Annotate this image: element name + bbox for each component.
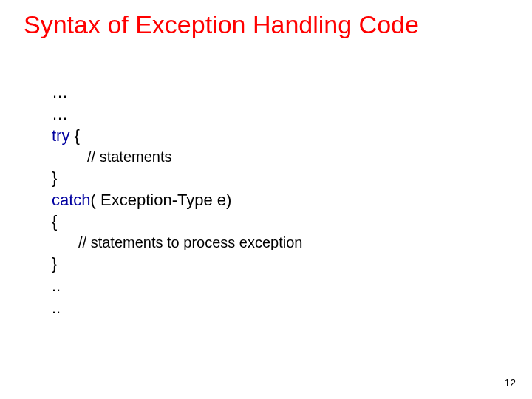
- code-line-6: catch( Exception-Type e): [52, 189, 488, 211]
- code-line-4-comment: // statements: [52, 147, 488, 167]
- code-line-8-comment: // statements to process exception: [52, 233, 488, 253]
- slide: Syntax of Exception Handling Code … … tr…: [0, 0, 532, 399]
- keyword-try: try: [52, 126, 69, 145]
- code-block: … … try { // statements } catch( Excepti…: [52, 81, 488, 318]
- page-number: 12: [504, 377, 516, 389]
- keyword-catch: catch: [52, 191, 91, 209]
- code-line-1: …: [52, 81, 488, 103]
- code-line-9: }: [52, 253, 488, 275]
- code-line-11: ..: [52, 297, 488, 319]
- code-line-2: …: [52, 103, 488, 126]
- code-text: {: [69, 126, 79, 145]
- code-text: ( Exception-Type e): [91, 191, 232, 209]
- code-line-7: {: [52, 211, 488, 233]
- slide-title: Syntax of Exception Handling Code: [24, 10, 508, 39]
- code-line-10: ..: [52, 275, 488, 297]
- code-line-5: }: [52, 167, 488, 189]
- code-line-3: try {: [52, 125, 488, 147]
